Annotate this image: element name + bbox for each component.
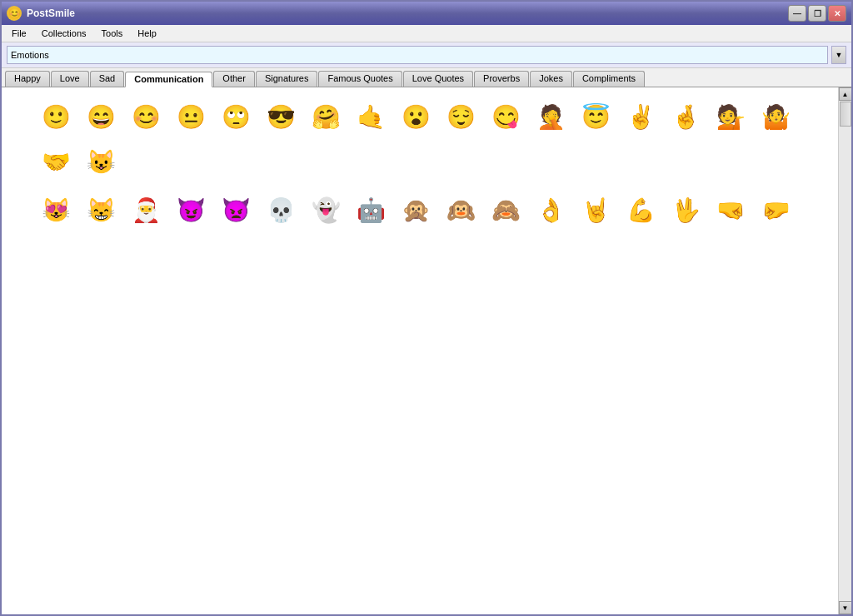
emoji-24[interactable]: 😈: [170, 189, 212, 231]
menu-tools[interactable]: Tools: [95, 27, 130, 40]
restore-button[interactable]: ❐: [808, 5, 826, 22]
tab-proverbs[interactable]: Proverbs: [474, 71, 529, 87]
scrollbar: ▲ ▼: [838, 87, 851, 614]
scroll-up-button[interactable]: ▲: [839, 87, 852, 101]
emoji-7[interactable]: 🤗: [305, 96, 347, 137]
tab-compliments[interactable]: Compliments: [573, 71, 645, 87]
emoji-33[interactable]: 🤘: [575, 189, 616, 231]
scroll-thumb[interactable]: [840, 102, 851, 127]
emoji-5[interactable]: 🙄: [215, 96, 257, 137]
emoji-18[interactable]: 🤝: [35, 141, 77, 182]
emoji-28[interactable]: 🤖: [350, 189, 392, 231]
emoji-15[interactable]: 🤞: [665, 96, 706, 137]
main-window: 😊 PostSmile — ❐ ✕ File Collections Tools…: [0, 0, 853, 616]
tab-communication[interactable]: Communication: [125, 72, 212, 87]
tab-sad[interactable]: Sad: [90, 71, 125, 87]
emoji-3[interactable]: 😊: [125, 96, 167, 137]
menu-bar: File Collections Tools Help: [2, 25, 851, 42]
window-title: PostSmile: [27, 7, 783, 19]
emoji-8[interactable]: 🤙: [350, 96, 392, 137]
menu-collections[interactable]: Collections: [35, 27, 93, 40]
menu-file[interactable]: File: [5, 27, 33, 40]
app-icon: 😊: [7, 6, 22, 21]
title-bar: 😊 PostSmile — ❐ ✕: [2, 2, 851, 25]
tab-happy[interactable]: Happy: [5, 71, 50, 87]
emoji-23[interactable]: 🎅: [125, 189, 167, 231]
tab-famous-quotes[interactable]: Famous Quotes: [318, 71, 402, 87]
menu-help[interactable]: Help: [131, 27, 163, 40]
close-button[interactable]: ✕: [828, 5, 846, 22]
emoji-35[interactable]: 🖖: [665, 189, 706, 231]
tabs-bar: Happy Love Sad Communication Other Signa…: [2, 68, 851, 87]
search-bar: ▼: [2, 42, 851, 68]
tab-jokes[interactable]: Jokes: [530, 71, 572, 87]
emoji-21[interactable]: 😻: [35, 189, 77, 231]
emoji-1[interactable]: 🙂: [35, 96, 77, 137]
scroll-down-button[interactable]: ▼: [839, 601, 852, 614]
emoji-31[interactable]: 🙈: [485, 189, 526, 231]
emoji-37[interactable]: 🤛: [755, 189, 796, 231]
window-controls: — ❐ ✕: [788, 5, 846, 22]
emoji-14[interactable]: ✌️: [620, 96, 661, 137]
search-input[interactable]: [7, 46, 828, 64]
emoji-26[interactable]: 💀: [260, 189, 302, 231]
emoji-2[interactable]: 😄: [80, 96, 122, 137]
emoji-10[interactable]: 😌: [440, 96, 481, 137]
emoji-25[interactable]: 👿: [215, 189, 257, 231]
content-area: 🙂 😄 😊 😐 🙄 😎 🤗 🤙 😮 😌 😋 🤦 😇 ✌️ 🤞 💁 🤷 🤝 😺: [2, 87, 851, 614]
emoji-27[interactable]: 👻: [305, 189, 347, 231]
emoji-11[interactable]: 😋: [485, 96, 526, 137]
tab-signatures[interactable]: Signatures: [256, 71, 318, 87]
emoji-6[interactable]: 😎: [260, 96, 302, 137]
emoji-19[interactable]: 😺: [80, 141, 122, 182]
emoji-13[interactable]: 😇: [575, 96, 616, 137]
tab-other[interactable]: Other: [213, 71, 255, 87]
tab-love-quotes[interactable]: Love Quotes: [403, 71, 473, 87]
emoji-22[interactable]: 😸: [80, 189, 122, 231]
emoji-30[interactable]: 🙉: [440, 189, 481, 231]
emoji-29[interactable]: 🙊: [395, 189, 436, 231]
emoji-row-2: 😻 😸 🎅 😈 👿 💀 👻 🤖 🙊 🙉 🙈 👌 🤘 💪 🖖 🤜 🤛: [35, 189, 805, 231]
emoji-9[interactable]: 😮: [395, 96, 436, 137]
emoji-area: 🙂 😄 😊 😐 🙄 😎 🤗 🤙 😮 😌 😋 🤦 😇 ✌️ 🤞 💁 🤷 🤝 😺: [2, 87, 838, 614]
emoji-row-1: 🙂 😄 😊 😐 🙄 😎 🤗 🤙 😮 😌 😋 🤦 😇 ✌️ 🤞 💁 🤷 🤝 😺: [35, 96, 805, 182]
scroll-track[interactable]: [839, 101, 851, 601]
emoji-32[interactable]: 👌: [530, 189, 571, 231]
minimize-button[interactable]: —: [788, 5, 806, 22]
tab-love[interactable]: Love: [51, 71, 89, 87]
emoji-12[interactable]: 🤦: [530, 96, 571, 137]
emoji-36[interactable]: 🤜: [710, 189, 751, 231]
emoji-4[interactable]: 😐: [170, 96, 212, 137]
emoji-16[interactable]: 💁: [710, 96, 751, 137]
emoji-17[interactable]: 🤷: [755, 96, 796, 137]
search-dropdown-button[interactable]: ▼: [831, 46, 846, 64]
emoji-34[interactable]: 💪: [620, 189, 661, 231]
